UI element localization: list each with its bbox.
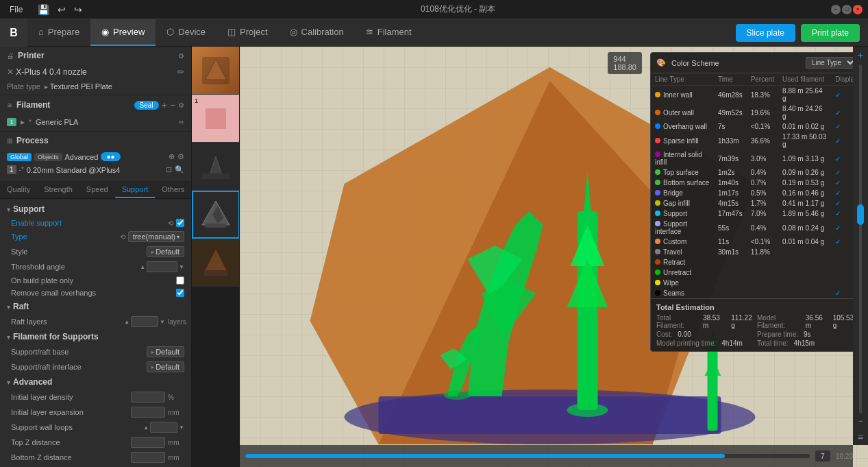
cs-row-pct: 11.8% <box>747 247 778 257</box>
thumbnail-3[interactable] <box>192 143 240 191</box>
enable-support-checkbox[interactable] <box>176 219 184 227</box>
process-preset[interactable]: 0.20mm Standard @XPlus4 <box>27 166 121 174</box>
scroll-track[interactable] <box>859 64 862 414</box>
cs-check-icon[interactable]: ✓ <box>835 238 841 246</box>
cs-check-icon[interactable]: ✓ <box>835 109 841 117</box>
process-section-header[interactable]: ⊞ Process <box>0 132 191 149</box>
bottom-z-input[interactable]: 0.2 <box>131 452 165 463</box>
undo-button[interactable]: ↩ <box>55 3 69 16</box>
printer-settings-icon[interactable]: ⚙ <box>178 52 184 60</box>
threshold-down-icon[interactable]: ▼ <box>179 264 184 270</box>
scroll-thumb[interactable] <box>857 204 864 225</box>
slice-plate-button[interactable]: Slice plate <box>736 24 795 42</box>
minimize-button[interactable]: − <box>831 5 841 14</box>
save-button[interactable]: 💾 <box>35 3 52 16</box>
remove-overhangs-checkbox[interactable] <box>176 289 184 297</box>
cs-row-pct <box>747 267 778 278</box>
support-raft-base-row: Support/raft base ▸ Default <box>0 344 191 359</box>
support-wall-loops-input[interactable]: 0 <box>150 422 177 433</box>
cs-check-icon[interactable]: ✓ <box>835 179 841 187</box>
initial-layer-density-input[interactable]: 90 <box>131 392 165 403</box>
style-dropdown[interactable]: ▸ Default <box>147 246 184 257</box>
wall-loops-up-icon[interactable]: ▲ <box>143 424 149 431</box>
cs-check-icon[interactable]: ✓ <box>835 224 841 232</box>
line-type-select[interactable]: Line Type <box>806 57 856 69</box>
support-raft-interface-dropdown[interactable]: ▸ Default <box>147 361 184 372</box>
cs-row-time: 1h33m <box>714 132 747 149</box>
svg-rect-13 <box>379 396 721 434</box>
tab-project[interactable]: ◫ Project <box>216 19 278 46</box>
file-menu[interactable]: File <box>5 3 27 16</box>
type-dropdown[interactable]: tree(manual) ▾ <box>128 231 184 242</box>
plate-type-text[interactable]: Textured PEI Plate <box>50 82 112 91</box>
raft-layers-input[interactable]: 0 <box>131 316 158 327</box>
threshold-input[interactable]: 30 <box>147 261 177 272</box>
cs-check-icon[interactable]: ✓ <box>835 169 841 176</box>
scroll-up-icon[interactable]: + <box>857 49 863 62</box>
support-raft-base-dropdown[interactable]: ▸ Default <box>147 346 184 357</box>
cost-value: 0.00 <box>678 331 691 338</box>
preset-search-icon[interactable]: 🔍 <box>175 165 184 174</box>
maximize-button[interactable]: □ <box>842 5 852 14</box>
redo-button[interactable]: ↪ <box>71 3 85 16</box>
close-button[interactable]: × <box>853 5 863 14</box>
on-build-checkbox[interactable] <box>176 276 184 285</box>
seal-toggle[interactable]: Seal <box>134 101 159 110</box>
process-content: Global Objects Advanced ●● ⊕ ⚙ 1 -* 0.20… <box>0 149 191 181</box>
thumbnail-5[interactable] <box>192 239 240 287</box>
cs-row-filament: 17.33 m 50.03 g <box>778 132 831 149</box>
print-plate-button[interactable]: Print plate <box>801 24 860 42</box>
top-z-input[interactable]: 0.2 <box>131 437 165 448</box>
tab-filament[interactable]: ≋ Filament <box>355 19 423 46</box>
tab-device[interactable]: ⬡ Device <box>156 19 216 46</box>
cs-table-row: Travel 30m1s 11.8% <box>651 247 862 257</box>
initial-layer-expansion-input[interactable]: 2 <box>131 407 165 418</box>
zoom-indicator: 944 188.80 <box>608 52 642 74</box>
cs-check-icon[interactable]: ✓ <box>835 210 841 217</box>
tab-strength[interactable]: Strength <box>37 182 79 198</box>
cs-check-icon[interactable]: ✓ <box>835 123 841 130</box>
printer-edit-icon[interactable]: ✏ <box>177 67 184 77</box>
process-settings-icon[interactable]: ⚙ <box>177 152 184 161</box>
printer-section-header[interactable]: 🖨 Printer ⚙ <box>0 47 191 64</box>
filament-section-header[interactable]: ≋ Filament Seal + − ⚙ <box>0 95 191 115</box>
tag-global[interactable]: Global <box>7 153 32 161</box>
thumbnail-1[interactable] <box>192 47 240 95</box>
tab-others[interactable]: Others <box>155 182 191 198</box>
filament-section-icon: ≋ <box>7 101 12 109</box>
tag-objects[interactable]: Objects <box>34 153 62 161</box>
thumbnail-2[interactable]: 1 <box>192 95 240 143</box>
tab-preview[interactable]: ◉ Preview <box>90 19 156 46</box>
cs-check-icon[interactable]: ✓ <box>835 155 841 163</box>
filament-remove-button[interactable]: − <box>170 99 175 110</box>
layer-progress-bar[interactable] <box>245 454 810 458</box>
filament-add-button[interactable]: + <box>162 99 167 110</box>
preset-copy-icon[interactable]: ⊡ <box>166 165 172 174</box>
tab-prepare[interactable]: ⌂ Prepare <box>27 19 90 46</box>
filament-edit-icon[interactable]: ✏ <box>179 119 184 126</box>
advanced-toggle[interactable]: ●● <box>101 152 120 161</box>
scroll-down-icon[interactable]: − <box>858 416 863 426</box>
layers-icon[interactable]: ≡ <box>858 431 863 442</box>
cs-check-icon[interactable]: ✓ <box>835 200 841 207</box>
tab-calibration[interactable]: ◎ Calibration <box>279 19 355 46</box>
total-filament-weight: 111.22 g <box>731 314 756 329</box>
wall-loops-down-icon[interactable]: ▼ <box>179 424 184 431</box>
cs-check-icon[interactable]: ✓ <box>835 137 841 145</box>
threshold-up-icon[interactable]: ▲ <box>140 264 145 270</box>
process-copy-icon[interactable]: ⊕ <box>169 152 175 161</box>
raft-down-icon[interactable]: ▼ <box>160 319 165 325</box>
tab-speed[interactable]: Speed <box>79 182 115 198</box>
thumbnail-4[interactable] <box>192 191 240 239</box>
model-print-time-row: Model printing time: 4h14m <box>656 339 756 347</box>
cs-check-icon[interactable]: ✓ <box>835 189 841 197</box>
raft-up-icon[interactable]: ▲ <box>124 319 129 325</box>
line-type-dropdown[interactable]: Line Type <box>806 57 856 69</box>
top-z-label: Top Z distance <box>11 438 128 446</box>
type-row: Type ⟲ tree(manual) ▾ <box>0 229 191 244</box>
tab-quality[interactable]: Quality <box>0 182 37 198</box>
cs-check-icon[interactable]: ✓ <box>835 91 841 99</box>
cs-check-icon[interactable]: ✓ <box>835 289 841 297</box>
filament-settings-icon[interactable]: ⚙ <box>178 101 184 109</box>
tab-support[interactable]: Support <box>115 182 156 198</box>
